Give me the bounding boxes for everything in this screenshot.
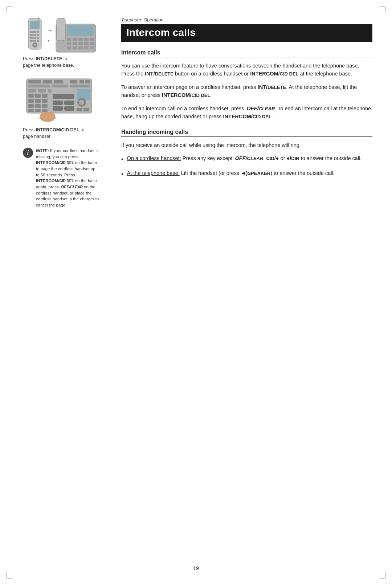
svg-rect-51: [28, 99, 34, 103]
info-icon: i: [23, 148, 33, 158]
svg-rect-63: [53, 106, 63, 111]
svg-rect-59: [42, 109, 48, 112]
svg-rect-10: [37, 37, 39, 39]
arrows-between-phones: → ←: [46, 27, 53, 44]
svg-rect-44: [70, 85, 90, 87]
svg-rect-6: [33, 34, 36, 36]
svg-rect-43: [52, 85, 68, 87]
svg-rect-22: [78, 38, 83, 41]
svg-rect-61: [53, 101, 63, 105]
svg-rect-48: [28, 94, 34, 98]
svg-rect-19: [67, 25, 94, 36]
svg-rect-49: [35, 94, 41, 98]
svg-rect-13: [37, 40, 39, 42]
svg-rect-29: [90, 42, 94, 45]
svg-rect-53: [42, 99, 48, 103]
device-images: → ←: [17, 17, 105, 208]
base-phone-bottom-image: [23, 75, 99, 123]
svg-rect-41: [85, 80, 90, 83]
svg-rect-28: [84, 42, 89, 45]
handling-section: Handling incoming calls If you receive a…: [121, 129, 372, 179]
svg-rect-9: [33, 37, 36, 39]
svg-rect-36: [28, 80, 41, 83]
svg-rect-20: [67, 38, 71, 41]
svg-rect-52: [35, 99, 41, 103]
bullet-item-1: • On a cordless handset: Press any key e…: [121, 154, 372, 164]
svg-rect-31: [73, 46, 77, 49]
corner-mark-bl: [7, 572, 13, 578]
paragraph-3: To end an intercom call on a cordless ha…: [121, 105, 372, 121]
subsection1-title: Intercom calls: [121, 49, 372, 57]
svg-rect-5: [30, 34, 33, 36]
svg-rect-8: [30, 37, 33, 39]
page-number: 19: [193, 565, 199, 571]
svg-rect-12: [33, 40, 36, 42]
cordless-handset-image: [25, 17, 44, 54]
base-phone-top-image: [55, 17, 97, 54]
svg-rect-50: [42, 94, 48, 98]
svg-rect-2: [30, 31, 33, 33]
paragraph-2: To answer an intercom page on a cordless…: [121, 83, 372, 99]
bullet-list: • On a cordless handset: Press any key e…: [121, 154, 372, 179]
svg-rect-54: [28, 104, 34, 108]
svg-point-16: [33, 44, 36, 46]
svg-rect-56: [42, 104, 48, 108]
svg-rect-42: [28, 85, 50, 87]
svg-rect-37: [43, 80, 52, 83]
svg-rect-40: [79, 80, 84, 83]
svg-rect-55: [35, 104, 41, 108]
arrow-right-icon: →: [46, 27, 53, 34]
svg-rect-23: [84, 38, 89, 41]
svg-rect-11: [30, 40, 33, 42]
svg-rect-18: [57, 18, 65, 41]
subsection2-title: Handling incoming calls: [121, 129, 372, 137]
bullet-1-text: On a cordless handset: Press any key exc…: [127, 154, 362, 162]
corner-mark-tl: [7, 7, 13, 13]
svg-rect-26: [73, 42, 77, 45]
bullet-dot-1: •: [121, 155, 123, 164]
bullet-item-2: • At the telephone base: Lift the handse…: [121, 169, 372, 179]
base-with-hand-svg: [23, 75, 99, 122]
svg-rect-65: [77, 89, 90, 100]
svg-rect-3: [33, 31, 36, 33]
caption-2: Press INTERCOM/CID DEL topage handset.: [23, 127, 99, 140]
svg-rect-4: [37, 31, 39, 33]
svg-rect-46: [38, 89, 46, 93]
right-column: Telephone Operation Intercom calls Inter…: [111, 17, 372, 568]
svg-rect-62: [64, 101, 74, 105]
svg-rect-27: [78, 42, 83, 45]
svg-point-67: [79, 100, 84, 105]
svg-rect-64: [64, 106, 74, 111]
svg-rect-33: [84, 46, 89, 49]
svg-rect-60: [53, 94, 74, 99]
svg-rect-47: [48, 89, 52, 93]
svg-rect-58: [35, 109, 41, 112]
svg-rect-34: [90, 46, 94, 49]
svg-rect-25: [67, 42, 71, 45]
svg-rect-69: [83, 108, 89, 111]
left-column: → ←: [17, 17, 111, 568]
svg-rect-7: [37, 34, 39, 36]
svg-rect-21: [73, 38, 77, 41]
corner-mark-tr: [379, 7, 385, 13]
svg-rect-39: [70, 80, 77, 83]
note-box: i NOTE: If your cordless handset is miss…: [23, 148, 99, 208]
arrow-left-icon: ←: [46, 37, 53, 44]
bullet-dot-2: •: [121, 170, 123, 179]
paragraph-1: You can use the intercom feature to have…: [121, 62, 372, 78]
bullet-2-text: At the telephone base: Lift the handset …: [127, 169, 335, 177]
note-text: NOTE: If your cordless handset is missin…: [36, 148, 99, 208]
svg-rect-45: [28, 89, 36, 93]
svg-rect-68: [77, 108, 82, 111]
svg-rect-24: [90, 38, 94, 41]
svg-rect-32: [78, 46, 83, 49]
svg-rect-14: [38, 17, 39, 24]
svg-rect-38: [54, 80, 63, 83]
paragraph-4: If you receive an outside call while usi…: [121, 141, 372, 149]
top-phones-row: → ←: [25, 17, 97, 54]
corner-mark-br: [379, 572, 385, 578]
svg-rect-57: [28, 109, 34, 112]
section-label: Telephone Operation: [121, 17, 372, 22]
page-title: Intercom calls: [121, 24, 372, 42]
svg-rect-30: [67, 46, 71, 49]
